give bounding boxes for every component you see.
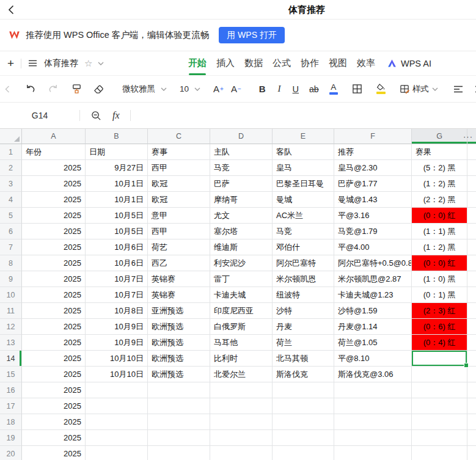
cell-A6[interactable]: 2025 <box>22 224 86 239</box>
cell-A2[interactable]: 2025 <box>22 160 86 176</box>
row-header-5[interactable]: 5 <box>0 208 22 224</box>
tab-视图[interactable]: 视图 <box>329 51 347 75</box>
row-header-1[interactable]: 1 <box>0 144 22 160</box>
cell-E6[interactable]: 马竞 <box>273 224 334 239</box>
cell-G7[interactable]: (1：2) 黑 <box>412 239 467 255</box>
column-header-A[interactable]: A <box>22 129 86 144</box>
cell-B8[interactable]: 10月6日 <box>86 255 148 271</box>
cell-G10[interactable]: (0：1) 黑 <box>412 287 467 303</box>
font-size-select[interactable]: 10 <box>180 84 200 93</box>
row-header-11[interactable]: 11 <box>0 303 22 319</box>
cell-reference-box[interactable]: G14 <box>0 111 79 120</box>
cell-E12[interactable]: 丹麦 <box>273 319 334 335</box>
cell-F20[interactable] <box>334 446 412 460</box>
cell-C6[interactable]: 西甲 <box>148 224 210 239</box>
cell-B1[interactable]: 日期 <box>86 144 148 160</box>
cell-B15[interactable]: 10月10日 <box>86 367 148 382</box>
cell-F1[interactable]: 推荐 <box>334 144 412 160</box>
scroll-left-icon[interactable] <box>5 86 10 93</box>
cell-E18[interactable] <box>273 414 334 430</box>
cell-E10[interactable]: 纽波特 <box>273 287 334 303</box>
tab-协作[interactable]: 协作 <box>301 51 319 75</box>
cell-C3[interactable]: 欧冠 <box>148 176 210 192</box>
cell-F7[interactable]: 平@4.00 <box>334 239 412 255</box>
cell-G15[interactable] <box>412 367 467 382</box>
cell-E9[interactable]: 米尔顿凯恩 <box>273 271 334 287</box>
cell-F11[interactable]: 沙特@1.59 <box>334 303 412 319</box>
decrease-font-button[interactable]: A− <box>231 84 241 94</box>
cell-A17[interactable]: 2025 <box>22 398 86 414</box>
cell-style-button[interactable]: 样式 <box>400 84 438 95</box>
cell-B6[interactable]: 10月5日 <box>86 224 148 239</box>
cell-D18[interactable] <box>210 414 273 430</box>
font-name-select[interactable]: 微软雅黑 <box>122 84 167 95</box>
tab-公式[interactable]: 公式 <box>273 51 291 75</box>
italic-button[interactable]: I <box>278 84 281 94</box>
select-all-corner[interactable] <box>0 129 22 144</box>
cell-G14[interactable] <box>412 351 467 367</box>
cell-E2[interactable]: 皇马 <box>273 160 334 176</box>
row-header-17[interactable]: 17 <box>0 398 22 414</box>
cell-G9[interactable]: (1：0) 黑 <box>412 271 467 287</box>
cell-E14[interactable]: 北马其顿 <box>273 351 334 367</box>
cell-B5[interactable]: 10月5日 <box>86 208 148 224</box>
cell-B11[interactable]: 10月8日 <box>86 303 148 319</box>
underline-button[interactable]: U <box>293 84 299 94</box>
cell-A3[interactable]: 2025 <box>22 176 86 192</box>
cell-A1[interactable]: 年份 <box>22 144 86 160</box>
cell-C13[interactable]: 欧洲预选 <box>148 335 210 351</box>
search-icon[interactable] <box>91 111 101 121</box>
cell-A20[interactable]: 2025 <box>22 446 86 460</box>
cell-B9[interactable]: 10月7日 <box>86 271 148 287</box>
cell-D10[interactable]: 卡迪夫城 <box>210 287 273 303</box>
column-header-B[interactable]: B <box>86 129 148 144</box>
cell-G4[interactable]: (2：2) 黑 <box>412 192 467 208</box>
cell-G11[interactable]: (2：3) 红 <box>412 303 467 319</box>
cell-E16[interactable] <box>273 382 334 398</box>
cell-F6[interactable]: 马竞@1.79 <box>334 224 412 239</box>
cell-C16[interactable] <box>148 382 210 398</box>
cell-G8[interactable]: (0：0) 红 <box>412 255 467 271</box>
column-header-F[interactable]: F <box>334 129 412 144</box>
cell-F15[interactable]: 斯洛伐克@3.06 <box>334 367 412 382</box>
hamburger-menu-icon[interactable] <box>28 59 37 67</box>
row-header-15[interactable]: 15 <box>0 367 22 382</box>
cell-C10[interactable]: 英锦赛 <box>148 287 210 303</box>
format-painter-icon[interactable] <box>71 83 82 95</box>
cell-F17[interactable] <box>334 398 412 414</box>
cell-C19[interactable] <box>148 430 210 446</box>
cell-C5[interactable]: 意甲 <box>148 208 210 224</box>
cell-D8[interactable]: 利安泥沙 <box>210 255 273 271</box>
cell-C15[interactable]: 欧洲预选 <box>148 367 210 382</box>
cell-A4[interactable]: 2025 <box>22 192 86 208</box>
cell-B3[interactable]: 10月1日 <box>86 176 148 192</box>
borders-button[interactable] <box>352 84 362 94</box>
cell-F14[interactable]: 平@8.10 <box>334 351 412 367</box>
cell-B7[interactable]: 10月6日 <box>86 239 148 255</box>
cell-G1[interactable]: 赛果 <box>412 144 467 160</box>
cell-A14[interactable]: 2025 <box>22 351 86 367</box>
cell-C9[interactable]: 英锦赛 <box>148 271 210 287</box>
tab-数据[interactable]: 数据 <box>244 51 263 75</box>
more-columns-icon[interactable]: ··· <box>463 129 473 144</box>
cell-D6[interactable]: 塞尔塔 <box>210 224 273 239</box>
tab-效率[interactable]: 效率 <box>357 51 375 75</box>
cell-F13[interactable]: 荷兰@1.05 <box>334 335 412 351</box>
column-header-C[interactable]: C <box>148 129 210 144</box>
cell-A18[interactable]: 2025 <box>22 414 86 430</box>
cell-A15[interactable]: 2025 <box>22 367 86 382</box>
cell-B4[interactable]: 10月1日 <box>86 192 148 208</box>
cell-E4[interactable]: 曼城 <box>273 192 334 208</box>
cell-F8[interactable]: 阿尔巴塞特+0.5@0.8 <box>334 255 412 271</box>
cell-D17[interactable] <box>210 398 273 414</box>
function-icon[interactable]: fx <box>112 110 120 121</box>
cell-B14[interactable]: 10月10日 <box>86 351 148 367</box>
cell-E13[interactable]: 荷兰 <box>273 335 334 351</box>
cell-F12[interactable]: 丹麦@1.14 <box>334 319 412 335</box>
cell-A9[interactable]: 2025 <box>22 271 86 287</box>
document-name[interactable]: 体育推荐 <box>44 58 78 69</box>
back-icon[interactable] <box>6 4 17 15</box>
row-header-7[interactable]: 7 <box>0 239 22 255</box>
cell-E15[interactable]: 斯洛伐克 <box>273 367 334 382</box>
cell-D14[interactable]: 比利时 <box>210 351 273 367</box>
